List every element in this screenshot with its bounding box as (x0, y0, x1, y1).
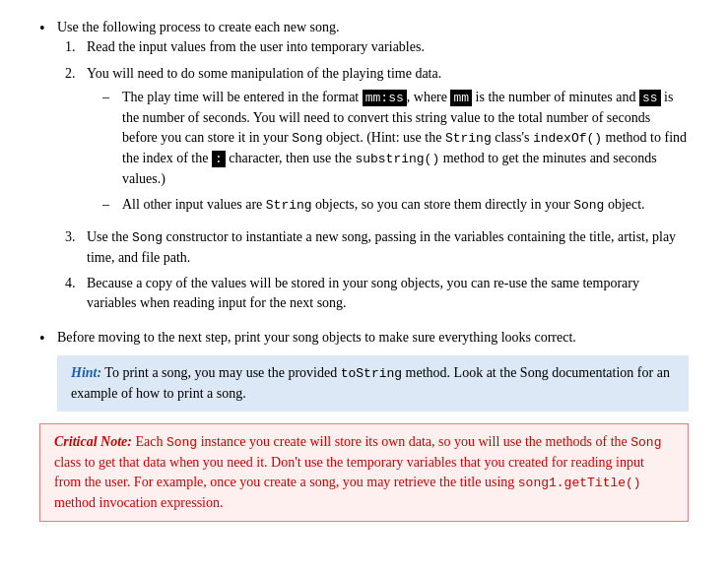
dash-item-2: – All other input values are String obje… (102, 195, 689, 216)
tostring-code: toString (341, 366, 402, 381)
hint-label: Hint: (71, 365, 101, 380)
critical-note-box: Critical Note: Each Song instance you cr… (39, 423, 689, 522)
bullet-dot-1: • (39, 17, 57, 39)
ordered-item-2: 2. You will need to do some manipulation… (65, 64, 689, 222)
song-code-2: Song (573, 198, 604, 213)
ordered-item-3: 3. Use the Song constructor to instantia… (65, 227, 689, 268)
dash-item-1: – The play time will be entered in the f… (102, 88, 689, 189)
dash-list: – The play time will be entered in the f… (102, 88, 689, 216)
dash-content-2: All other input values are String object… (122, 195, 689, 216)
mm-highlight: mm (450, 90, 472, 106)
hint-box: Hint: To print a song, you may use the p… (57, 355, 689, 412)
bullet2-intro: Before moving to the next step, print yo… (57, 330, 576, 345)
ordered-content-1: Read the input values from the user into… (87, 37, 689, 57)
song-code-1: Song (292, 131, 322, 146)
substring-code: substring() (355, 152, 439, 166)
string-code-2: String (266, 198, 312, 213)
gettitle-code: song1.getTitle() (518, 476, 641, 490)
bullet-section-1: • Use the following process to create ea… (39, 18, 689, 412)
ordered-item-4: 4. Because a copy of the values will be … (65, 274, 689, 314)
ordered-list: 1. Read the input values from the user i… (65, 37, 689, 313)
dash-sym-2: – (102, 195, 122, 215)
ordered-text-1: Read the input values from the user into… (87, 39, 425, 54)
song-code-3: Song (132, 230, 163, 245)
bullet1-intro: Use the following process to create each… (57, 20, 340, 34)
ordered-content-3: Use the Song constructor to instantiate … (87, 227, 689, 268)
dash1-comma: , where (407, 90, 451, 104)
critical-text: Each Song instance you create will store… (54, 434, 661, 510)
ordered-num-1: 1. (65, 37, 87, 57)
bullet-item-2: • Before moving to the next step, print … (39, 328, 689, 412)
ordered-text-4: Because a copy of the values will be sto… (87, 276, 639, 310)
bullet-content-1: Use the following process to create each… (57, 18, 689, 320)
ss-highlight: ss (639, 90, 661, 106)
dash-sym-1: – (102, 88, 122, 107)
string-code: String (445, 131, 492, 146)
dash1-is-the: is the number of minutes and (472, 90, 639, 104)
song-code-critical-2: Song (630, 435, 661, 450)
dash-content-1: The play time will be entered in the for… (122, 88, 689, 189)
colon-highlight: : (212, 151, 226, 167)
bullet-content-2: Before moving to the next step, print yo… (57, 328, 689, 412)
dash1-part1: The play time will be entered in the for… (122, 90, 363, 104)
bullet-item-1: • Use the following process to create ea… (39, 18, 689, 320)
ordered-item-1: 1. Read the input values from the user i… (65, 37, 689, 57)
critical-label: Critical Note: (54, 434, 132, 449)
format-highlight: mm:ss (363, 90, 407, 106)
bullet-dot-2: • (39, 327, 57, 350)
ordered-content-4: Because a copy of the values will be sto… (87, 274, 689, 314)
ordered-content-2: You will need to do some manipulation of… (87, 64, 689, 222)
ordered-num-4: 4. (65, 274, 87, 293)
indexof-code: indexOf() (533, 131, 602, 146)
ordered-num-3: 3. (65, 227, 87, 247)
ordered-num-2: 2. (65, 64, 87, 84)
song-code-critical: Song (166, 435, 197, 450)
hint-text: To print a song, you may use the provide… (71, 365, 670, 401)
ordered-text-2: You will need to do some manipulation of… (87, 66, 441, 81)
